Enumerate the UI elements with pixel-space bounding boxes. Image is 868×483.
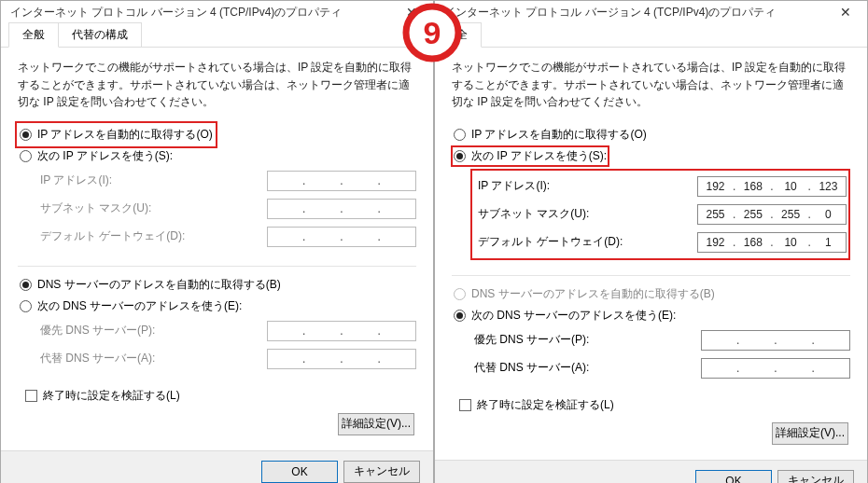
ok-button[interactable]: OK — [261, 461, 338, 483]
field-subnet: サブネット マスク(U): ... — [18, 195, 416, 223]
field-ip-address: IP アドレス(I): ... — [18, 167, 416, 195]
ip-address-input: ... — [267, 171, 416, 191]
dns-group: DNS サーバーのアドレスを自動的に取得する(B) 次の DNS サーバーのアド… — [452, 282, 850, 384]
field-ip-address: IP アドレス(I): 192. 168. 10. 123 — [474, 172, 847, 200]
titlebar: インターネット プロトコル バージョン 4 (TCP/IPv4)のプロパティ ✕ — [1, 1, 433, 23]
radio-ip-auto-label: IP アドレスを自動的に取得する(O) — [37, 127, 213, 143]
field-gateway: デフォルト ゲートウェイ(D): ... — [18, 223, 416, 251]
radio-dns-auto[interactable]: DNS サーバーのアドレスを自動的に取得する(B) — [18, 274, 416, 296]
radio-ip-auto-label: IP アドレスを自動的に取得する(O) — [471, 127, 647, 143]
tabs: 全 — [435, 23, 867, 48]
ipv4-dialog-right: インターネット プロトコル バージョン 4 (TCP/IPv4)のプロパティ ✕… — [434, 0, 868, 483]
radio-dns-manual-label: 次の DNS サーバーのアドレスを使う(E): — [37, 298, 242, 314]
radio-dns-auto-label: DNS サーバーのアドレスを自動的に取得する(B) — [471, 286, 715, 302]
validate-row[interactable]: 終了時に設定を検証する(L) — [452, 392, 850, 419]
subnet-input[interactable]: 255. 255. 255. 0 — [697, 204, 847, 225]
radio-ip-auto[interactable]: IP アドレスを自動的に取得する(O) — [18, 124, 215, 145]
radio-dns-manual[interactable]: 次の DNS サーバーのアドレスを使う(E): — [452, 305, 850, 326]
advanced-button[interactable]: 詳細設定(V)... — [772, 422, 848, 445]
radio-dns-auto-label: DNS サーバーのアドレスを自動的に取得する(B) — [37, 277, 281, 293]
subnet-input: ... — [267, 199, 416, 219]
field-dns-pref: 優先 DNS サーバー(P): ... — [18, 317, 416, 345]
radio-dns-manual[interactable]: 次の DNS サーバーのアドレスを使う(E): — [18, 296, 416, 317]
window-title: インターネット プロトコル バージョン 4 (TCP/IPv4)のプロパティ — [444, 5, 832, 21]
validate-checkbox[interactable] — [459, 399, 471, 411]
field-subnet: サブネット マスク(U): 255. 255. 255. 0 — [474, 200, 847, 228]
dns-pref-input[interactable]: ... — [701, 330, 850, 351]
window-title: インターネット プロトコル バージョン 4 (TCP/IPv4)のプロパティ — [10, 5, 398, 21]
footer: OK キャンセル — [435, 460, 867, 483]
ip-address-input[interactable]: 192. 168. 10. 123 — [697, 176, 847, 197]
cancel-button[interactable]: キャンセル — [343, 461, 420, 483]
field-gateway: デフォルト ゲートウェイ(D): 192. 168. 10. 1 — [474, 228, 847, 256]
radio-ip-manual[interactable]: 次の IP アドレスを使う(S): — [452, 145, 850, 167]
radio-ip-auto[interactable]: IP アドレスを自動的に取得する(O) — [452, 124, 850, 145]
gateway-input[interactable]: 192. 168. 10. 1 — [697, 232, 847, 253]
ip-group: IP アドレスを自動的に取得する(O) 次の IP アドレスを使う(S): IP… — [452, 122, 850, 262]
tabs: 全般 代替の構成 — [1, 23, 433, 48]
description: ネットワークでこの機能がサポートされている場合は、IP 設定を自動的に取得するこ… — [18, 59, 416, 111]
validate-row[interactable]: 終了時に設定を検証する(L) — [18, 382, 416, 409]
dns-alt-input[interactable]: ... — [701, 358, 850, 379]
field-dns-alt: 代替 DNS サーバー(A): ... — [18, 345, 416, 373]
validate-label: 終了時に設定を検証する(L) — [477, 397, 614, 413]
ip-group: IP アドレスを自動的に取得する(O) 次の IP アドレスを使う(S): IP… — [18, 122, 416, 253]
radio-ip-manual-label: 次の IP アドレスを使う(S): — [37, 148, 173, 164]
description: ネットワークでこの機能がサポートされている場合は、IP 設定を自動的に取得するこ… — [452, 59, 850, 111]
tab-alternate[interactable]: 代替の構成 — [58, 22, 142, 47]
field-dns-pref: 優先 DNS サーバー(P): ... — [452, 326, 850, 354]
field-dns-alt: 代替 DNS サーバー(A): ... — [452, 354, 850, 382]
radio-dns-manual-label: 次の DNS サーバーのアドレスを使う(E): — [471, 308, 676, 324]
footer: OK キャンセル — [1, 450, 433, 483]
gateway-input: ... — [267, 227, 416, 247]
radio-ip-manual-label: 次の IP アドレスを使う(S): — [471, 148, 607, 164]
ipv4-dialog-left: インターネット プロトコル バージョン 4 (TCP/IPv4)のプロパティ ✕… — [0, 0, 434, 483]
dns-group: DNS サーバーのアドレスを自動的に取得する(B) 次の DNS サーバーのアド… — [18, 272, 416, 375]
titlebar: インターネット プロトコル バージョン 4 (TCP/IPv4)のプロパティ ✕ — [435, 1, 867, 23]
radio-ip-manual[interactable]: 次の IP アドレスを使う(S): — [18, 145, 416, 167]
validate-checkbox[interactable] — [25, 390, 37, 402]
tab-general[interactable]: 全般 — [8, 22, 59, 48]
validate-label: 終了時に設定を検証する(L) — [43, 388, 180, 404]
close-icon[interactable]: ✕ — [832, 1, 860, 23]
dns-alt-input: ... — [267, 349, 416, 369]
ok-button[interactable]: OK — [695, 470, 772, 483]
svg-text:9: 9 — [424, 15, 441, 50]
radio-dns-auto: DNS サーバーのアドレスを自動的に取得する(B) — [452, 283, 850, 305]
step-marker-icon: 9 — [401, 2, 463, 63]
advanced-button[interactable]: 詳細設定(V)... — [338, 413, 414, 435]
dns-pref-input: ... — [267, 321, 416, 341]
content: ネットワークでこの機能がサポートされている場合は、IP 設定を自動的に取得するこ… — [1, 48, 433, 450]
cancel-button[interactable]: キャンセル — [777, 470, 854, 483]
content: ネットワークでこの機能がサポートされている場合は、IP 設定を自動的に取得するこ… — [435, 48, 867, 460]
